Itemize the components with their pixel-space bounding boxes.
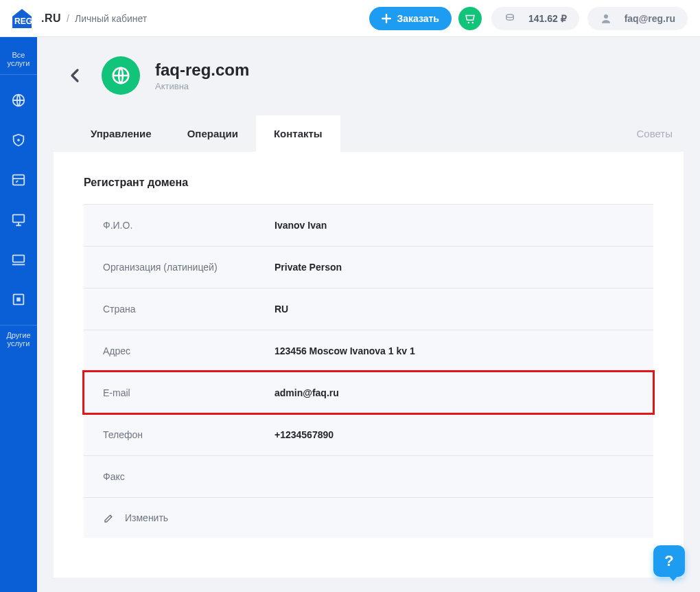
info-row: E-mailadmin@faq.ru [84, 372, 653, 413]
svg-point-3 [506, 14, 514, 18]
info-label: Ф.И.О. [103, 220, 275, 231]
svg-rect-9 [13, 255, 25, 262]
sidebar-item-sites[interactable] [0, 241, 37, 278]
info-label: Организация (латиницей) [103, 262, 275, 273]
panel: Регистрант домена Ф.И.О.Ivanov IvanОрган… [54, 152, 684, 578]
info-value: Private Person [275, 262, 342, 273]
sidebar-item-servers[interactable] [0, 201, 37, 238]
svg-rect-8 [13, 215, 25, 223]
page-header: faq-reg.com Активна [54, 56, 684, 95]
tab-manage[interactable]: Управление [73, 115, 170, 152]
sidebar: Все услуги [0, 37, 37, 592]
info-row: Телефон+1234567890 [84, 413, 653, 455]
sidebar-item-other-services[interactable]: Другие услуги [0, 325, 37, 353]
info-row: Ф.И.О.Ivanov Ivan [84, 204, 653, 246]
info-value: RU [275, 304, 288, 315]
back-button[interactable] [63, 64, 86, 87]
tab-contacts[interactable]: Контакты [256, 115, 340, 152]
order-label: Заказать [397, 13, 439, 24]
edit-label: Изменить [125, 512, 168, 523]
info-label: Факс [103, 471, 275, 482]
breadcrumb[interactable]: Личный кабинет [75, 13, 147, 24]
sidebar-item-all-services[interactable]: Все услуги [0, 47, 37, 75]
tab-tips[interactable]: Советы [631, 115, 678, 152]
balance-amount: 141.62 ₽ [528, 13, 567, 24]
order-button[interactable]: Заказать [369, 7, 452, 30]
globe-icon [11, 93, 26, 108]
top-bar: REG .RU / Личный кабинет Заказать 141.62… [0, 0, 700, 37]
domain-name: faq-reg.com [155, 60, 249, 80]
info-row: Организация (латиницей)Private Person [84, 246, 653, 288]
account-email: faq@reg.ru [625, 13, 675, 24]
info-value: Ivanov Ivan [275, 220, 327, 231]
chevron-left-icon [69, 67, 80, 84]
balance-pill[interactable]: 141.62 ₽ [491, 7, 579, 30]
plus-icon [382, 14, 391, 23]
info-row: СтранаRU [84, 288, 653, 330]
server-panel-icon [11, 172, 26, 187]
tab-operations[interactable]: Операции [170, 115, 256, 152]
tabs: Управление Операции Контакты Советы [54, 115, 684, 152]
shield-icon [11, 133, 26, 148]
logo[interactable]: REG .RU [10, 7, 61, 30]
info-value: 123456 Moscow Ivanova 1 kv 1 [275, 345, 415, 356]
cart-button[interactable] [458, 7, 482, 30]
sidebar-item-hosting[interactable] [0, 161, 37, 198]
logo-text: .RU [41, 12, 61, 25]
globe-icon [110, 65, 131, 86]
svg-rect-11 [16, 297, 21, 301]
domain-status: Активна [155, 81, 249, 91]
cart-icon [464, 12, 476, 25]
desktop-icon [11, 252, 26, 267]
square-dot-icon [11, 292, 26, 307]
monitor-icon [11, 212, 26, 227]
sidebar-label-other: Другие услуги [0, 331, 37, 348]
sidebar-label-all: Все услуги [0, 51, 37, 67]
sidebar-item-ssl[interactable] [0, 122, 37, 159]
sidebar-item-domains[interactable] [0, 82, 37, 119]
sidebar-item-storage[interactable] [0, 281, 37, 318]
info-value: admin@faq.ru [275, 387, 339, 398]
info-label: Телефон [103, 429, 275, 440]
svg-text:REG: REG [14, 16, 32, 26]
coins-icon [504, 12, 516, 25]
help-label: ? [664, 552, 673, 570]
breadcrumb-sep: / [67, 13, 69, 24]
svg-rect-7 [13, 175, 25, 185]
edit-button[interactable]: Изменить [84, 497, 653, 538]
info-label: Страна [103, 304, 275, 315]
help-button[interactable]: ? [653, 545, 685, 577]
info-value: +1234567890 [275, 429, 334, 440]
info-row: Адрес123456 Moscow Ivanova 1 kv 1 [84, 330, 653, 372]
user-icon [600, 12, 612, 25]
svg-point-1 [468, 21, 469, 23]
svg-point-2 [472, 21, 474, 23]
svg-point-6 [17, 139, 20, 141]
pencil-icon [103, 512, 115, 524]
logo-icon: REG [10, 7, 37, 30]
info-label: Адрес [103, 345, 275, 356]
info-row: Факс [84, 455, 653, 497]
domain-avatar [102, 56, 140, 95]
section-title-registrant: Регистрант домена [84, 177, 653, 189]
info-label: E-mail [103, 387, 275, 398]
account-pill[interactable]: faq@reg.ru [587, 7, 688, 30]
main-content: faq-reg.com Активна Управление Операции … [37, 37, 700, 592]
svg-point-4 [604, 14, 608, 19]
